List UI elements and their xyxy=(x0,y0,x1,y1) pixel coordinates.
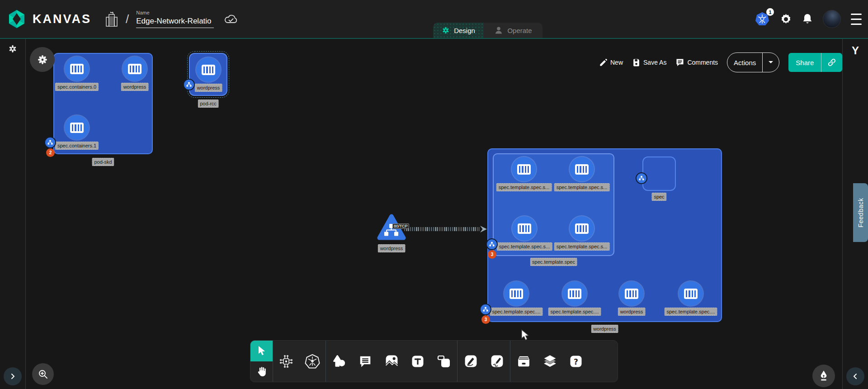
container-node[interactable] xyxy=(679,281,703,306)
kubernetes-tool-button[interactable] xyxy=(303,347,322,376)
relationship-badge[interactable] xyxy=(183,79,195,90)
layers-tool-button[interactable] xyxy=(540,347,559,376)
node-label: spec.template.spec.s... xyxy=(497,242,552,251)
node-label: spec.template.spec.s... xyxy=(554,183,610,191)
container-node[interactable] xyxy=(504,281,528,306)
container-node[interactable] xyxy=(570,216,594,241)
image-tool-button[interactable] xyxy=(382,347,401,376)
edge-port-label: 80/TCP xyxy=(392,223,409,229)
container-node[interactable] xyxy=(65,115,89,140)
count-badge[interactable]: 3 xyxy=(481,315,490,324)
relationship-badge[interactable] xyxy=(480,304,491,315)
count-badge[interactable]: 3 xyxy=(488,250,496,259)
container-node[interactable] xyxy=(512,216,537,241)
meshery-spinner-icon xyxy=(8,44,17,55)
container-icon xyxy=(517,164,531,175)
relationship-badge[interactable] xyxy=(486,238,498,250)
note-tool-button[interactable] xyxy=(434,347,453,376)
relationship-badge[interactable] xyxy=(44,137,56,148)
settings-gear-icon[interactable] xyxy=(780,13,792,25)
network-edge[interactable] xyxy=(405,227,480,231)
select-tool-button[interactable] xyxy=(250,341,273,361)
design-name-input[interactable] xyxy=(136,16,214,28)
share-button[interactable]: Share xyxy=(788,53,842,72)
shapes-tool-button[interactable] xyxy=(330,347,349,376)
collaborator-indicator[interactable]: Y xyxy=(852,44,859,57)
hamburger-menu-icon[interactable] xyxy=(851,12,862,27)
group-spec-template-spec[interactable] xyxy=(493,153,614,256)
tab-operate-label: Operate xyxy=(507,27,532,34)
container-node[interactable] xyxy=(562,281,587,306)
notifications-bell-icon[interactable] xyxy=(802,13,813,25)
mouse-pointer xyxy=(520,329,530,343)
copy-link-icon[interactable] xyxy=(821,58,842,67)
app-title: KANVAS xyxy=(33,12,91,26)
relationship-badge[interactable] xyxy=(636,172,647,184)
container-icon xyxy=(575,164,589,175)
zoom-in-button[interactable] xyxy=(32,363,54,385)
edge-arrowhead-icon xyxy=(479,225,488,235)
canvas-top-border xyxy=(0,38,868,39)
comments-button-label: Comments xyxy=(687,59,718,66)
node-label: pod-rcc xyxy=(198,100,219,108)
ink-pen-button[interactable] xyxy=(812,365,835,387)
right-rail: Y Feedback xyxy=(842,39,868,389)
tab-design[interactable]: Design xyxy=(433,23,484,38)
tab-operate[interactable]: Operate xyxy=(484,23,542,38)
node-label: wordpress xyxy=(378,244,406,252)
new-button-label: New xyxy=(610,59,623,66)
breadcrumb-separator: / xyxy=(126,12,129,26)
user-avatar[interactable] xyxy=(823,10,841,28)
container-node[interactable] xyxy=(512,157,536,181)
components-tool-button[interactable] xyxy=(277,347,296,376)
drawer-tool-button[interactable] xyxy=(514,347,533,376)
container-icon xyxy=(568,289,581,299)
group-label: wordpress xyxy=(591,325,618,333)
container-node[interactable] xyxy=(65,57,89,81)
save-as-button[interactable]: Save As xyxy=(632,58,666,67)
group-label: pod-skd xyxy=(92,158,114,166)
node-label: wordpress xyxy=(618,308,646,316)
chevron-down-icon[interactable] xyxy=(763,61,779,64)
group-label: spec.template.spec xyxy=(530,258,577,266)
feedback-tab[interactable]: Feedback xyxy=(853,183,868,242)
canvas-config-button[interactable] xyxy=(30,47,55,72)
container-icon xyxy=(509,289,523,299)
share-button-label: Share xyxy=(788,59,821,66)
pan-tool-button[interactable] xyxy=(250,361,273,382)
container-node[interactable] xyxy=(619,281,644,306)
container-node[interactable] xyxy=(570,157,594,181)
count-badge[interactable]: 2 xyxy=(46,148,55,157)
container-node[interactable] xyxy=(196,57,221,82)
pen-tool-button[interactable] xyxy=(461,347,480,376)
left-rail xyxy=(0,39,26,389)
kubernetes-context-button[interactable]: 1 xyxy=(755,11,770,27)
node-label: spec.template.spec.... xyxy=(490,308,543,316)
organization-icon[interactable] xyxy=(105,11,118,27)
comment-tool-button[interactable] xyxy=(356,347,375,376)
expand-right-panel-button[interactable] xyxy=(846,367,864,385)
container-icon xyxy=(70,123,84,133)
cloud-saved-icon xyxy=(224,13,238,25)
app-header: KANVAS / Name xyxy=(0,0,868,38)
node-spec[interactable] xyxy=(642,157,676,191)
new-button[interactable]: New xyxy=(599,58,623,67)
container-node[interactable] xyxy=(123,57,147,81)
node-label: spec.template.spec.... xyxy=(665,308,717,316)
operate-person-icon xyxy=(494,26,503,35)
comments-button[interactable]: Comments xyxy=(675,58,718,67)
design-spinner-icon xyxy=(442,26,450,34)
help-tool-button[interactable]: ? xyxy=(566,347,585,376)
pencil-icon xyxy=(599,58,608,67)
actions-button-label: Actions xyxy=(727,59,762,66)
sketch-tool-button[interactable] xyxy=(487,347,506,376)
container-icon xyxy=(70,64,84,74)
kanvas-logo-icon[interactable] xyxy=(7,9,26,29)
text-tool-button[interactable] xyxy=(408,347,427,376)
node-label: wordpress xyxy=(195,84,222,92)
design-name-label: Name xyxy=(136,10,214,15)
expand-left-panel-button[interactable] xyxy=(4,367,22,385)
canvas-actions-bar: New Save As Comments Actions Share xyxy=(599,52,842,72)
actions-dropdown-button[interactable]: Actions xyxy=(727,52,779,72)
svg-text:?: ? xyxy=(574,357,578,366)
